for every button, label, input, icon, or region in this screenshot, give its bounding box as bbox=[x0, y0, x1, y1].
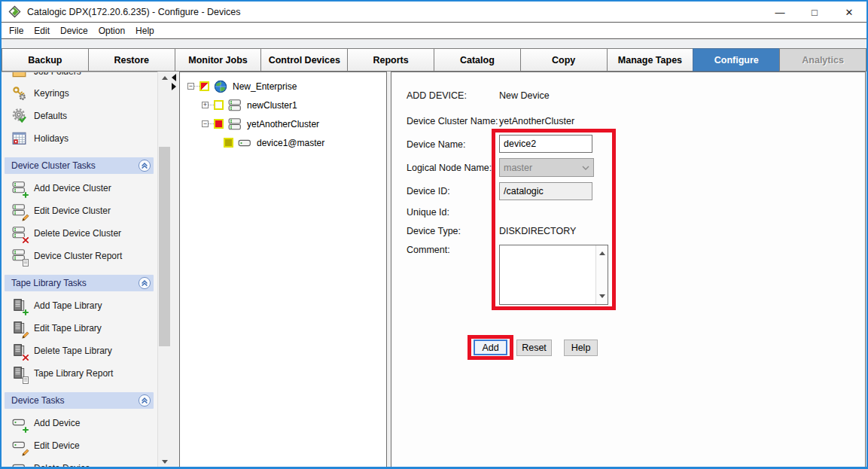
comment-scrollbar[interactable] bbox=[595, 245, 608, 304]
device-icon bbox=[12, 416, 27, 431]
add-badge-icon bbox=[22, 190, 29, 198]
sidebar-item-keyrings[interactable]: Keyrings bbox=[2, 82, 157, 105]
minimize-button[interactable]: — bbox=[763, 2, 797, 23]
scroll-up-button[interactable] bbox=[158, 72, 171, 84]
tape-icon bbox=[12, 298, 27, 313]
tree-node-label: newCluster1 bbox=[247, 100, 297, 111]
tab-restore[interactable]: Restore bbox=[88, 48, 175, 72]
tab-monitor-jobs[interactable]: Monitor Jobs bbox=[175, 48, 262, 72]
sidebar-item-delete-device[interactable]: Delete Device bbox=[2, 457, 157, 468]
sidebar-item-label: Add Device bbox=[34, 418, 80, 428]
tree-connector-line bbox=[209, 123, 214, 124]
chevron-up-icon bbox=[599, 251, 605, 255]
collapse-tape-library-tasks-button[interactable] bbox=[138, 276, 151, 290]
tree-connector-line bbox=[194, 86, 199, 87]
tab-copy[interactable]: Copy bbox=[520, 48, 608, 72]
sidebar-item-holidays[interactable]: Holidays bbox=[2, 127, 157, 150]
tree-checkbox-checked-olive[interactable] bbox=[224, 138, 233, 148]
tree-expander-minus-icon[interactable]: − bbox=[202, 120, 209, 127]
tree-checkbox-partial[interactable] bbox=[199, 81, 209, 91]
tree-checkbox-checked-red[interactable] bbox=[214, 119, 224, 129]
sidebar-item-add-device-cluster[interactable]: Add Device Cluster bbox=[2, 177, 157, 199]
tab-reports[interactable]: Reports bbox=[347, 48, 434, 72]
menu-item-option[interactable]: Option bbox=[93, 23, 130, 38]
device-cluster-name-value: yetAnotherCluster bbox=[499, 116, 574, 126]
delete-badge-icon bbox=[22, 236, 29, 243]
cluster-icon bbox=[12, 226, 27, 241]
cluster-icon bbox=[228, 99, 242, 112]
add-badge-icon bbox=[22, 425, 29, 433]
tree-node-newcluster1[interactable]: +newCluster1 bbox=[180, 96, 386, 114]
tree-node-device1-master[interactable]: device1@master bbox=[180, 133, 386, 152]
sidebar-item-defaults[interactable]: Defaults bbox=[2, 105, 157, 127]
logical-node-selected-value: master bbox=[504, 163, 532, 173]
globe-icon bbox=[214, 80, 227, 93]
logical-node-name-label: Logical Node Name: bbox=[407, 163, 492, 173]
tree-node-new-enterprise[interactable]: −New_Enterprise bbox=[180, 77, 386, 96]
tab-configure[interactable]: Configure bbox=[693, 48, 780, 72]
panel-splitter[interactable] bbox=[170, 72, 179, 468]
sidebar-item-add-device[interactable]: Add Device bbox=[2, 412, 157, 434]
menu-item-edit[interactable]: Edit bbox=[29, 23, 55, 38]
device-name-input[interactable] bbox=[499, 135, 592, 153]
menu-item-device[interactable]: Device bbox=[55, 23, 93, 38]
sidebar-scrollbar[interactable] bbox=[157, 72, 170, 468]
device-type-value: DISKDIRECTORY bbox=[499, 226, 576, 236]
add-button[interactable]: Add bbox=[474, 340, 507, 355]
tree-expander-minus-icon[interactable]: − bbox=[187, 83, 194, 90]
sidebar-item-label: Edit Tape Library bbox=[34, 323, 102, 333]
window-title: Catalogic DPX(172.20.6.235) - Configure … bbox=[27, 7, 240, 17]
tab-control-devices[interactable]: Control Devices bbox=[260, 48, 348, 72]
tab-catalog[interactable]: Catalog bbox=[434, 48, 521, 72]
section-header-device-cluster-tasks: Device Cluster Tasks bbox=[5, 157, 154, 174]
help-button[interactable]: Help bbox=[564, 340, 598, 356]
close-button[interactable]: ✕ bbox=[832, 2, 866, 23]
sidebar-item-device-cluster-report[interactable]: Device Cluster Report bbox=[2, 245, 157, 267]
comment-textarea[interactable] bbox=[500, 245, 595, 304]
device-id-label: Device ID: bbox=[407, 186, 450, 196]
sidebar-item-label: Defaults bbox=[34, 111, 67, 121]
tape-icon bbox=[12, 366, 27, 381]
device-name-label: Device Name: bbox=[407, 139, 466, 150]
scroll-thumb[interactable] bbox=[159, 147, 170, 346]
menu-item-file[interactable]: File bbox=[4, 23, 29, 38]
sidebar-item-tape-library-report[interactable]: Tape Library Report bbox=[2, 362, 157, 385]
chevron-down-icon bbox=[599, 294, 605, 298]
tab-backup[interactable]: Backup bbox=[2, 48, 89, 72]
task-sidebar: Job FoldersKeyringsDefaultsHolidaysDevic… bbox=[2, 72, 157, 468]
sidebar-item-edit-tape-library[interactable]: Edit Tape Library bbox=[2, 317, 157, 340]
scroll-down-button[interactable] bbox=[596, 290, 608, 303]
tab-analytics[interactable]: Analytics bbox=[779, 48, 866, 72]
device-id-input[interactable] bbox=[499, 182, 592, 200]
sidebar-item-label: Tape Library Report bbox=[34, 368, 113, 379]
sidebar-item-edit-device[interactable]: Edit Device bbox=[2, 434, 157, 457]
scroll-down-button[interactable] bbox=[158, 455, 171, 468]
tree-connector-line bbox=[209, 105, 214, 105]
maximize-button[interactable]: □ bbox=[797, 2, 832, 23]
add-device-header-label: ADD DEVICE: bbox=[407, 90, 467, 101]
sidebar-item-job-folders[interactable]: Job Folders bbox=[2, 72, 157, 82]
section-title: Device Cluster Tasks bbox=[11, 160, 96, 171]
edit-badge-icon bbox=[22, 213, 29, 221]
menu-item-help[interactable]: Help bbox=[130, 23, 160, 38]
menu-bar: FileEditDeviceOptionHelp bbox=[2, 23, 866, 39]
collapse-device-tasks-button[interactable] bbox=[138, 394, 151, 407]
tree-node-yetanothercluster[interactable]: −yetAnotherCluster bbox=[180, 114, 386, 133]
reset-button[interactable]: Reset bbox=[516, 340, 552, 356]
collapse-device-cluster-tasks-button[interactable] bbox=[138, 159, 151, 172]
tree-expander-plus-icon[interactable]: + bbox=[202, 102, 209, 108]
clipped-sidebar-item: Job Folders bbox=[2, 72, 157, 82]
delete-badge-icon bbox=[22, 353, 29, 361]
splitter-collapse-arrows[interactable] bbox=[172, 74, 176, 90]
sidebar-item-add-tape-library[interactable]: Add Tape Library bbox=[2, 294, 157, 317]
logical-node-select[interactable]: master bbox=[499, 158, 594, 177]
sidebar-item-label: Holidays bbox=[34, 133, 69, 144]
tab-manage-tapes[interactable]: Manage Tapes bbox=[607, 48, 694, 72]
scroll-up-button[interactable] bbox=[596, 247, 608, 260]
device-cluster-name-label: Device Cluster Name: bbox=[407, 116, 498, 126]
tab-bar: BackupRestoreMonitor JobsControl Devices… bbox=[2, 48, 866, 72]
sidebar-item-delete-tape-library[interactable]: Delete Tape Library bbox=[2, 340, 157, 362]
sidebar-item-edit-device-cluster[interactable]: Edit Device Cluster bbox=[2, 199, 157, 222]
sidebar-item-delete-device-cluster[interactable]: Delete Device Cluster bbox=[2, 222, 157, 245]
tree-checkbox-unchecked[interactable] bbox=[214, 100, 224, 110]
